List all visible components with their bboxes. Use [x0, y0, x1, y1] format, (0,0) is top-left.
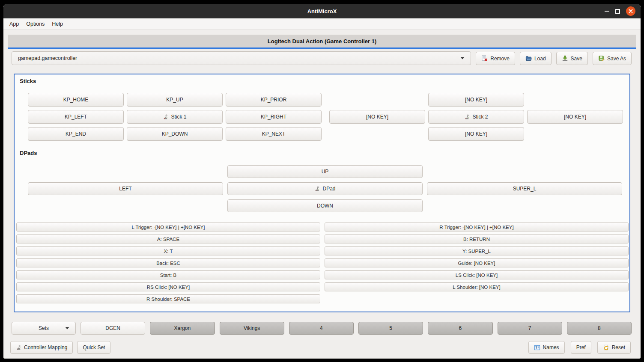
dpad-name: DPad: [322, 186, 335, 192]
sticks-grid: KP_HOME KP_UP KP_PRIOR [NO KEY] KP_LEFT …: [28, 93, 623, 141]
reset-icon: [603, 344, 609, 351]
set-tab-6[interactable]: 6: [428, 322, 492, 335]
joystick-icon: [464, 114, 470, 120]
save-icon: [562, 55, 568, 62]
x-button[interactable]: X: T: [16, 246, 320, 255]
menu-bar: App Options Help: [3, 18, 641, 30]
y-button[interactable]: Y: SUPER_L: [325, 246, 629, 255]
controller-mapping-button[interactable]: Controller Mapping: [10, 341, 73, 354]
rs-click-button[interactable]: RS Click: [NO KEY]: [16, 282, 320, 291]
load-folder-icon: [525, 55, 532, 62]
r-shoulder-button[interactable]: R Shoulder: SPACE: [16, 294, 320, 303]
names-label: Names: [543, 344, 559, 350]
menu-help[interactable]: Help: [52, 21, 63, 27]
l-shoulder-button[interactable]: L Shoulder: [NO KEY]: [325, 282, 629, 291]
names-text-icon: [534, 344, 540, 351]
footer-right: Names Pref Reset: [528, 341, 631, 354]
remove-button[interactable]: Remove: [476, 52, 515, 65]
stick1-up-button[interactable]: KP_UP: [127, 93, 223, 107]
sets-dropdown[interactable]: Sets: [12, 322, 76, 335]
save-button-label: Save: [571, 56, 582, 62]
save-as-button[interactable]: Save As: [593, 52, 632, 65]
remove-icon: [481, 55, 488, 62]
stick2-right-button[interactable]: [NO KEY]: [527, 110, 623, 124]
chevron-down-icon: [65, 327, 69, 329]
set-tab-2[interactable]: Xargon: [150, 322, 215, 335]
sticks-section-label: Sticks: [20, 78, 36, 84]
set-tab-7[interactable]: 7: [498, 322, 562, 335]
mapping-rows: L Trigger: -[NO KEY] | +[NO KEY] A: SPAC…: [16, 223, 629, 303]
stick1-down-left-button[interactable]: KP_END: [28, 127, 124, 141]
stick1-up-left-button[interactable]: KP_HOME: [28, 93, 124, 107]
dpad-left-button[interactable]: LEFT: [28, 182, 223, 195]
save-as-icon: [598, 55, 605, 62]
mapping-column-left: L Trigger: -[NO KEY] | +[NO KEY] A: SPAC…: [16, 223, 320, 303]
l-trigger-button[interactable]: L Trigger: -[NO KEY] | +[NO KEY]: [16, 223, 320, 231]
load-button-label: Load: [534, 56, 546, 62]
save-button[interactable]: Save: [556, 52, 588, 65]
minimize-icon[interactable]: [605, 11, 609, 12]
joystick-icon: [16, 345, 21, 350]
controller-tab[interactable]: Logitech Dual Action (Game Controller 1): [8, 35, 636, 49]
profile-combobox-value: gamepad.gamecontroller: [18, 55, 77, 61]
stick1-left-button[interactable]: KP_LEFT: [28, 110, 124, 124]
quick-set-label: Quick Set: [83, 344, 105, 350]
pref-label: Pref: [576, 344, 586, 350]
stick1-name: Stick 1: [171, 114, 186, 120]
start-button[interactable]: Start: B: [16, 270, 320, 279]
dpad-up-button[interactable]: UP: [227, 165, 423, 178]
joystick-icon: [314, 186, 320, 192]
footer-left: Controller Mapping Quick Set: [10, 341, 110, 354]
joystick-icon: [163, 114, 168, 120]
reset-label: Reset: [612, 344, 625, 350]
save-as-button-label: Save As: [607, 56, 626, 62]
b-button[interactable]: B: RETURN: [325, 234, 629, 243]
back-button[interactable]: Back: ESC: [16, 258, 320, 267]
app-window: AntiMicroX App Options Help Logitech Dua…: [3, 4, 641, 359]
menu-options[interactable]: Options: [26, 21, 45, 27]
dpads-grid: UP LEFT DPad SUPER_L DOWN: [28, 165, 622, 212]
guide-button[interactable]: Guide: [NO KEY]: [325, 258, 629, 267]
set-tab-3[interactable]: Vikings: [220, 322, 284, 335]
a-button[interactable]: A: SPACE: [16, 234, 320, 243]
set-tab-5[interactable]: 5: [358, 322, 423, 335]
dpads-section-label: DPads: [20, 150, 37, 156]
profile-combobox[interactable]: gamepad.gamecontroller: [12, 51, 471, 65]
stick2-name: Stick 2: [472, 114, 488, 120]
controller-tab-title: Logitech Dual Action (Game Controller 1): [268, 38, 376, 45]
set-tab-4[interactable]: 4: [289, 322, 354, 335]
menu-app[interactable]: App: [9, 21, 19, 27]
chevron-down-icon: [460, 57, 465, 59]
dpad-down-button[interactable]: DOWN: [227, 199, 423, 212]
pref-button[interactable]: Pref: [571, 341, 591, 354]
mapping-column-right: R Trigger: -[NO KEY] | +[NO KEY] B: RETU…: [325, 223, 629, 303]
stick2-left-button[interactable]: [NO KEY]: [329, 110, 425, 124]
controller-mapping-label: Controller Mapping: [24, 344, 67, 350]
dpad-center-button[interactable]: DPad: [227, 182, 423, 195]
load-button[interactable]: Load: [520, 52, 552, 65]
mapping-panel: Sticks KP_HOME KP_UP KP_PRIOR [NO KEY] K…: [14, 74, 630, 312]
quick-set-button[interactable]: Quick Set: [77, 341, 110, 354]
stick2-center-button[interactable]: Stick 2: [428, 110, 524, 124]
stick2-down-button[interactable]: [NO KEY]: [428, 127, 524, 141]
stick1-down-button[interactable]: KP_DOWN: [127, 127, 223, 141]
close-icon[interactable]: [626, 6, 635, 16]
stick1-down-right-button[interactable]: KP_NEXT: [226, 127, 322, 141]
sets-dropdown-label: Sets: [39, 325, 49, 331]
window-title: AntiMicroX: [307, 8, 337, 15]
dpad-right-button[interactable]: SUPER_L: [427, 182, 622, 195]
r-trigger-button[interactable]: R Trigger: -[NO KEY] | +[NO KEY]: [325, 223, 629, 231]
remove-button-label: Remove: [490, 56, 510, 62]
stick1-right-button[interactable]: KP_RIGHT: [226, 110, 322, 124]
set-tab-8[interactable]: 8: [567, 322, 632, 335]
stick2-up-button[interactable]: [NO KEY]: [428, 93, 524, 107]
reset-button[interactable]: Reset: [597, 341, 631, 354]
window-controls: [605, 4, 635, 18]
set-tab-1[interactable]: DGEN: [80, 322, 145, 335]
ls-click-button[interactable]: LS Click: [NO KEY]: [325, 270, 629, 279]
stick1-up-right-button[interactable]: KP_PRIOR: [226, 93, 322, 107]
stick1-center-button[interactable]: Stick 1: [127, 110, 223, 124]
titlebar: AntiMicroX: [3, 4, 641, 18]
names-button[interactable]: Names: [528, 341, 565, 354]
maximize-icon[interactable]: [615, 9, 620, 14]
